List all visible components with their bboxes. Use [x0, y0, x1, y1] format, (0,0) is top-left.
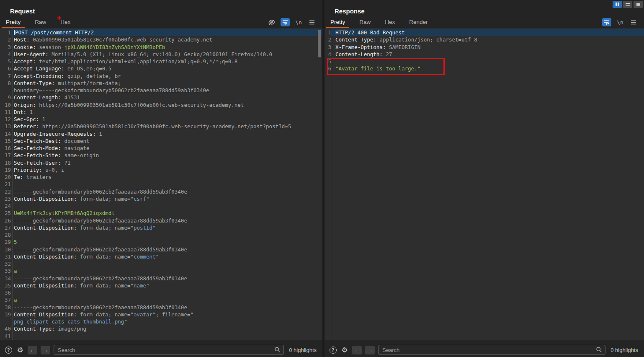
code-line: 6Accept-Language: en-US,en;q=0.5: [0, 65, 322, 72]
response-statusbar: ? ⚙ ← → 0 highlights: [325, 343, 644, 357]
help-button[interactable]: ?: [4, 346, 13, 354]
line-number: 42: [0, 340, 11, 340]
search-next-button[interactable]: →: [41, 346, 50, 354]
code-line: 13Referer: https://0a5b009903501ab581c30…: [0, 123, 322, 130]
code-line: 38------geckoformboundaryb50062cb2faaeaa…: [0, 304, 322, 311]
line-number: 34: [0, 275, 11, 282]
help-icon: ?: [330, 347, 337, 354]
code-line: 28: [0, 231, 322, 238]
line-number: 25: [0, 210, 11, 217]
line-number: 41: [0, 333, 11, 340]
code-line: 3X-Frame-Options: SAMEORIGIN: [325, 44, 644, 51]
line-number: 1: [0, 29, 11, 36]
response-highlights-count: 0 highlights: [609, 347, 638, 353]
line-number: 14: [0, 130, 11, 137]
code-line: 39Content-Disposition: form-data; name="…: [0, 311, 322, 318]
code-line: 8Content-Type: multipart/form-data;: [0, 80, 322, 87]
code-line: 35Content-Disposition: form-data; name="…: [0, 282, 322, 289]
line-number: 9: [0, 94, 11, 101]
line-number: 29: [0, 238, 11, 246]
arrow-left-icon: ←: [354, 347, 360, 353]
red-plus-annotation: +: [55, 14, 63, 22]
line-number: 22: [0, 188, 11, 195]
eye-off-icon[interactable]: [267, 18, 276, 26]
code-line: 26------geckoformboundaryb50062cb2faaeaa…: [0, 217, 322, 224]
search-prev-button[interactable]: ←: [28, 346, 37, 354]
code-line: 33a: [0, 267, 322, 274]
arrow-right-icon: →: [367, 347, 373, 353]
tab-raw[interactable]: Raw: [355, 17, 375, 28]
response-search-input[interactable]: [378, 345, 605, 355]
search-prev-button[interactable]: ←: [352, 346, 362, 354]
response-editor[interactable]: 1HTTP/2 400 Bad Request2Content-Type: ap…: [325, 28, 644, 340]
wrap-text-icon[interactable]: [602, 18, 611, 26]
tab-render[interactable]: Render: [405, 17, 432, 28]
tab-raw[interactable]: Raw: [31, 17, 50, 28]
line-number: 10: [0, 101, 11, 109]
menu-icon[interactable]: [307, 18, 317, 26]
code-line: 2Host: 0a5b009903501ab581c30c7f00ab00fc.…: [0, 36, 322, 43]
response-toolbar: \n: [602, 18, 644, 26]
code-line: 32: [0, 260, 322, 267]
line-number: 33: [0, 267, 11, 274]
code-line: boundary=----geckoformboundaryb50062cb2f…: [0, 87, 322, 94]
newline-icon[interactable]: \n: [294, 18, 303, 26]
code-line: 37a: [0, 296, 322, 303]
line-number: 20: [0, 173, 11, 181]
request-toolbar: \n: [267, 18, 322, 26]
line-number: 5: [0, 58, 11, 65]
line-number: 40: [0, 325, 11, 332]
menu-icon[interactable]: [629, 18, 638, 26]
code-line: 7Accept-Encoding: gzip, deflate, br: [0, 72, 322, 80]
request-highlights-count: 0 highlights: [287, 347, 317, 353]
code-line: 4Content-Length: 27: [325, 51, 644, 58]
code-line: 22------geckoformboundaryb50062cb2faaeaa…: [0, 188, 322, 195]
line-number: 32: [0, 260, 11, 267]
code-line: 9Content-Length: 41531: [0, 94, 322, 101]
search-icon: [274, 347, 281, 353]
search-icon: [596, 347, 603, 353]
tab-pretty[interactable]: Pretty: [326, 17, 349, 28]
code-line: 41: [0, 333, 322, 340]
settings-button[interactable]: ⚙: [16, 346, 24, 354]
line-number: 37: [0, 296, 11, 303]
help-button[interactable]: ?: [329, 346, 337, 354]
line-number: 36: [0, 289, 11, 296]
line-number: 3: [0, 44, 11, 51]
code-line: 16Sec-Fetch-Mode: navigate: [0, 145, 322, 152]
line-number: 19: [0, 166, 11, 173]
line-number: 2: [325, 36, 331, 43]
gear-icon: ⚙: [341, 346, 348, 354]
request-panel: Request PrettyRawHex: [0, 0, 322, 357]
text-caret: [14, 30, 15, 35]
request-editor[interactable]: 1POST /post/comment HTTP/22Host: 0a5b009…: [0, 28, 322, 340]
code-line: 27Content-Disposition: form-data; name="…: [0, 224, 322, 231]
code-line: 34------geckoformboundaryb50062cb2faaeaa…: [0, 275, 322, 282]
line-number: 31: [0, 253, 11, 260]
settings-button[interactable]: ⚙: [340, 346, 349, 354]
tab-hex[interactable]: Hex: [381, 17, 399, 28]
line-number: 12: [0, 116, 11, 123]
request-search-input[interactable]: [54, 345, 284, 355]
wrap-text-icon[interactable]: [281, 18, 290, 26]
code-line: 1HTTP/2 400 Bad Request: [325, 29, 644, 36]
line-number: 27: [0, 224, 11, 231]
request-scrollbar-thumb[interactable]: [318, 30, 321, 57]
newline-icon[interactable]: \n: [616, 18, 625, 26]
search-next-button[interactable]: →: [365, 346, 375, 354]
line-number: 18: [0, 159, 11, 166]
line-number: 16: [0, 145, 11, 152]
code-line: 18Sec-Fetch-User: ?1: [0, 159, 322, 166]
line-number: 2: [0, 36, 11, 43]
line-number: 4: [0, 51, 11, 58]
code-line: 4User-Agent: Mozilla/5.0 (X11; Linux x86…: [0, 51, 322, 58]
line-number: 7: [0, 72, 11, 80]
line-number: 39: [0, 311, 11, 318]
burp-message-editor: Request PrettyRawHex: [0, 0, 644, 357]
tab-pretty[interactable]: Pretty: [2, 17, 25, 28]
line-number: 35: [0, 282, 11, 289]
response-panel-title: Response: [335, 8, 365, 15]
code-line: 40Content-Type: image/png: [0, 325, 322, 332]
code-line: 10Origin: https://0a5b009903501ab581c30c…: [0, 101, 322, 109]
line-number: 21: [0, 181, 11, 188]
